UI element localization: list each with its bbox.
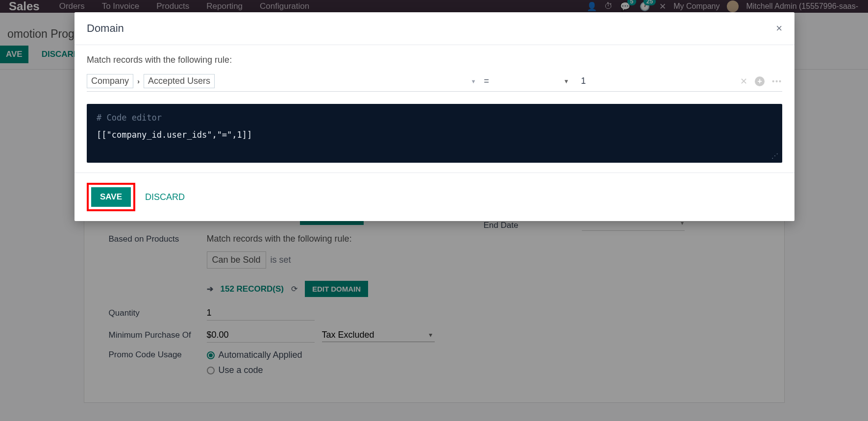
field-accepted-users[interactable]: Accepted Users xyxy=(144,74,215,88)
resize-handle-icon[interactable]: ⋰ xyxy=(771,152,778,160)
chevron-right-icon: › xyxy=(137,77,140,85)
save-button[interactable]: SAVE xyxy=(91,187,131,207)
field-dropdown-icon[interactable]: ▼ xyxy=(471,78,476,84)
rule-field-selector[interactable]: Company › Accepted Users ▼ xyxy=(87,74,476,88)
more-rule-icon[interactable]: ••• xyxy=(772,77,782,85)
domain-rule-row: Company › Accepted Users ▼ = ▼ 1 ✕ + ••• xyxy=(87,74,782,92)
code-editor[interactable]: # Code editor [["company_id.user_ids","=… xyxy=(87,104,782,163)
rule-value[interactable]: 1 xyxy=(577,76,729,86)
close-icon[interactable]: × xyxy=(776,22,782,35)
rule-operator[interactable]: = ▼ xyxy=(480,76,573,86)
delete-rule-icon[interactable]: ✕ xyxy=(740,76,747,87)
save-highlight: SAVE xyxy=(87,183,135,211)
code-comment: # Code editor xyxy=(97,113,772,123)
operator-dropdown-icon: ▼ xyxy=(563,78,569,85)
add-rule-icon[interactable]: + xyxy=(755,76,765,86)
field-company[interactable]: Company xyxy=(87,74,133,88)
match-records-text: Match records with the following rule: xyxy=(87,55,782,65)
discard-button[interactable]: DISCARD xyxy=(145,192,185,202)
domain-modal: Domain × Match records with the followin… xyxy=(74,12,794,221)
modal-title: Domain xyxy=(87,22,124,35)
code-content[interactable]: [["company_id.user_ids","=",1]] xyxy=(97,130,772,140)
